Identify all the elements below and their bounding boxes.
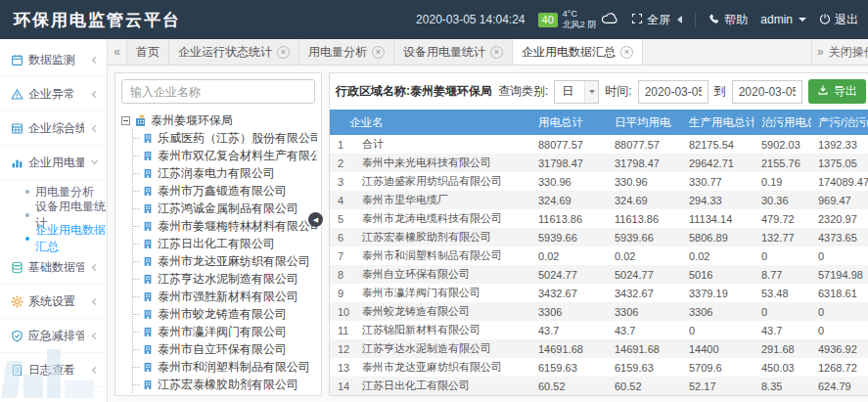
- content-area: 首页 企业运行状态统计 用电量分析 设备用电量统计 企业用电数据汇总 关闭操作: [108, 39, 868, 402]
- gear-icon: [10, 294, 23, 308]
- company-name-cell: 江苏宏泰橡胶助剂有限公司: [355, 228, 531, 246]
- top-header: 环保用电监管云平台 2020-03-05 14:04:24 40 4°C 北风2…: [0, 0, 868, 39]
- close-operations-menu[interactable]: 关闭操作: [829, 44, 868, 61]
- table-row[interactable]: 11 江苏锦阳新材料有限公司 43.7 43.7 0 43.7 0: [330, 321, 868, 339]
- column-header[interactable]: 日平均用电: [608, 110, 682, 135]
- chevron-down-icon: [799, 18, 806, 22]
- cloud-icon: [601, 12, 618, 27]
- table-row[interactable]: 8 泰州自立环保有限公司 5024.77 5024.77 5016 8.77 5…: [330, 265, 868, 284]
- sidebar-item[interactable]: 系统设置: [0, 285, 107, 319]
- building-icon: [142, 255, 154, 267]
- table-row[interactable]: 7 泰州市和润塑料制品有限公司 0.02 0.02 0.02 0 0: [330, 246, 868, 265]
- total-power-cell: 5024.77: [531, 265, 608, 284]
- treatment-power-cell: 53.48: [754, 284, 811, 302]
- tree-node-bureau[interactable]: 上海市马陆工业园: [121, 393, 317, 395]
- sidebar-item[interactable]: 应急减排管理: [0, 319, 107, 353]
- row-index: 14: [330, 377, 355, 395]
- table-row[interactable]: 9 泰州市瀛洋阀门有限公司 3432.67 3432.67 3379.19 53…: [330, 284, 868, 302]
- treatment-power-cell: 8.35: [754, 377, 811, 395]
- sidebar-item[interactable]: 企业异常: [0, 77, 107, 112]
- chevron-icon: [89, 123, 99, 133]
- fullscreen-button[interactable]: 全屏: [631, 12, 682, 28]
- daily-avg-cell: 3306: [608, 302, 682, 321]
- total-power-cell: 31798.47: [531, 154, 608, 172]
- date-to-input[interactable]: [732, 80, 802, 104]
- table-row[interactable]: 2 泰州中来光电科技有限公司 31798.47 31798.47 29642.7…: [330, 154, 868, 172]
- column-header[interactable]: 用电总计: [531, 110, 608, 135]
- logout-button[interactable]: 退出: [819, 12, 858, 28]
- tree-node-bureau[interactable]: 泰州姜堰环保局: [121, 112, 317, 129]
- tabs-scroll-right-icon[interactable]: [817, 45, 824, 59]
- tree-node-company[interactable]: 泰州市万鑫锻造有限公司: [133, 182, 317, 200]
- sidebar-item[interactable]: 基础数据管理: [0, 250, 107, 285]
- building-icon: [142, 132, 154, 144]
- tab-item[interactable]: 首页: [127, 39, 169, 65]
- tree-node-company[interactable]: 江苏鸿诚金属制品有限公司: [133, 200, 317, 217]
- category-label: 查询类别:: [498, 83, 548, 100]
- tree-node-company[interactable]: 江苏亨达水泥制造有限公司: [133, 270, 317, 288]
- table-row[interactable]: 12 江苏亨达水泥制造有限公司 14691.68 14691.68 14400 …: [330, 339, 868, 358]
- table-row[interactable]: 4 泰州市里华电缆厂 324.69 324.69 294.33 30.36 96…: [330, 191, 868, 209]
- tree-expander-icon[interactable]: [121, 116, 130, 125]
- tab-item[interactable]: 企业用电数据汇总: [513, 39, 643, 65]
- sidebar-item[interactable]: 企业综合统计: [0, 112, 107, 146]
- table-header-row: 企业名用电总计日平均用电生产用电总计治污用电总计产污/治污(用电量比): [330, 110, 868, 135]
- ratio-cell: 1375.05: [811, 154, 868, 172]
- app-root: 环保用电监管云平台 2020-03-05 14:04:24 40 4°C 北风2…: [0, 0, 868, 402]
- date-from-input[interactable]: [638, 80, 708, 104]
- tree-node-company[interactable]: 泰州市强胜新材料有限公司: [133, 288, 317, 305]
- table-row[interactable]: 13 泰州市龙达亚麻纺织有限公司 6159.63 6159.63 5709.6 …: [330, 358, 868, 377]
- treatment-power-cell: 0: [754, 246, 811, 265]
- total-power-cell: 3432.67: [531, 284, 608, 302]
- tree-node-company[interactable]: 泰州市龙达亚麻纺织有限公司: [133, 252, 317, 270]
- table-row[interactable]: 3 江苏迪盛家用纺织品有限公司 330.96 330.96 330.77 0.1…: [330, 172, 868, 191]
- tree-node-company[interactable]: 泰州市蛟龙铸造有限公司: [133, 305, 317, 323]
- column-header[interactable]: 生产用电总计: [682, 110, 754, 135]
- export-button[interactable]: 导出: [808, 79, 866, 104]
- ratio-cell: 0: [811, 321, 868, 339]
- tab-item[interactable]: 设备用电量统计: [394, 39, 513, 65]
- tabs-scroll-left-icon[interactable]: [108, 39, 127, 65]
- tree-node-company[interactable]: 泰州市自立环保有限公司: [133, 340, 317, 358]
- panel-collapse-button[interactable]: [308, 212, 323, 227]
- shield-icon: [10, 329, 23, 342]
- help-button[interactable]: 帮助: [708, 12, 748, 28]
- daily-avg-cell: 43.7: [608, 321, 682, 339]
- table-row[interactable]: 14 江苏日出化工有限公司 60.52 60.52 52.17 8.35 624…: [330, 377, 868, 395]
- user-menu[interactable]: admin: [760, 13, 806, 26]
- category-select[interactable]: 日: [554, 80, 599, 104]
- tree-node-company[interactable]: 泰州市和润塑料制品有限公司: [133, 358, 317, 376]
- column-header[interactable]: 治污用电总计: [754, 110, 811, 135]
- table-row[interactable]: 5 泰州市龙涛电缆科技有限公司 11613.86 11613.86 11134.…: [330, 209, 868, 228]
- tab-close-icon[interactable]: [372, 46, 385, 59]
- tree-node-company[interactable]: 泰州市姜堰梅特林材料有限公司: [133, 217, 317, 235]
- building-icon: [142, 185, 154, 197]
- sidebar-item[interactable]: 数据监测: [0, 43, 107, 77]
- sidebar-subitem[interactable]: 企业用电数据汇总: [0, 227, 107, 250]
- row-index: 9: [330, 284, 355, 302]
- ratio-cell: 1392.33: [811, 135, 868, 154]
- table-row[interactable]: 10 泰州蛟龙铸造有限公司 3306 3306 3306 0 0: [330, 302, 868, 321]
- tab-close-icon[interactable]: [490, 46, 503, 59]
- sidebar-item[interactable]: 日志查看: [0, 353, 107, 387]
- company-search-input[interactable]: [130, 85, 306, 99]
- tab-item[interactable]: 用电量分析: [299, 39, 394, 65]
- table-row[interactable]: 6 江苏宏泰橡胶助剂有限公司 5939.66 5939.66 5806.89 1…: [330, 228, 868, 246]
- table-row[interactable]: 1 合计 88077.57 88077.57 82175.54 5902.03 …: [330, 135, 868, 154]
- tree-node-company[interactable]: 江苏宏泰橡胶助剂有限公司: [133, 376, 317, 393]
- row-index: 10: [330, 302, 355, 321]
- ratio-cell: 0: [811, 302, 868, 321]
- tree-node-company[interactable]: 江苏日出化工有限公司: [133, 235, 317, 252]
- tree-node-company[interactable]: 乐威医药（江苏）股份有限公司: [133, 129, 317, 147]
- column-header[interactable]: 企业名: [330, 110, 531, 135]
- column-header[interactable]: 产污/治污(用电量比): [811, 110, 868, 135]
- building-icon: [142, 361, 154, 373]
- tab-close-icon[interactable]: [277, 46, 290, 59]
- tab-item[interactable]: 企业运行状态统计: [169, 39, 299, 65]
- company-name-cell: 泰州蛟龙铸造有限公司: [355, 302, 531, 321]
- tree-node-company[interactable]: 泰州市瀛洋阀门有限公司: [133, 323, 317, 340]
- tree-node-company[interactable]: 江苏润泰电力有限公司: [133, 164, 317, 182]
- tab-close-icon[interactable]: [620, 46, 633, 59]
- tree-node-company[interactable]: 泰州市双亿复合材料生产有限公司: [133, 147, 317, 164]
- sidebar-item[interactable]: 企业用电量分析: [0, 146, 107, 180]
